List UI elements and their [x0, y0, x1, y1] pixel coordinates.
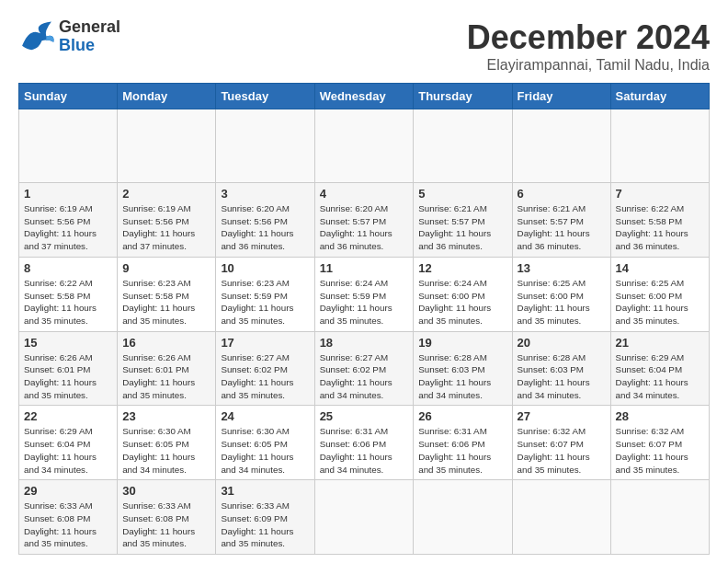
day-info: Sunrise: 6:20 AM Sunset: 5:56 PM Dayligh…	[221, 202, 309, 253]
calendar-cell	[414, 109, 512, 183]
day-number: 10	[221, 261, 309, 275]
calendar-week-2: 8Sunrise: 6:22 AM Sunset: 5:58 PM Daylig…	[19, 257, 710, 331]
day-info: Sunrise: 6:22 AM Sunset: 5:58 PM Dayligh…	[616, 202, 704, 253]
calendar-cell: 17Sunrise: 6:27 AM Sunset: 6:02 PM Dayli…	[216, 331, 314, 406]
calendar-cell: 7Sunrise: 6:22 AM Sunset: 5:58 PM Daylig…	[610, 183, 709, 258]
calendar-cell: 9Sunrise: 6:23 AM Sunset: 5:58 PM Daylig…	[118, 257, 216, 331]
day-number: 9	[122, 261, 210, 275]
calendar-cell	[610, 480, 709, 555]
day-info: Sunrise: 6:28 AM Sunset: 6:03 PM Dayligh…	[418, 351, 506, 402]
calendar-cell: 2Sunrise: 6:19 AM Sunset: 5:56 PM Daylig…	[118, 183, 216, 258]
calendar-cell: 3Sunrise: 6:20 AM Sunset: 5:56 PM Daylig…	[216, 183, 314, 258]
calendar-cell: 20Sunrise: 6:28 AM Sunset: 6:03 PM Dayli…	[512, 331, 610, 406]
calendar-cell: 1Sunrise: 6:19 AM Sunset: 5:56 PM Daylig…	[19, 183, 118, 258]
calendar-week-4: 22Sunrise: 6:29 AM Sunset: 6:04 PM Dayli…	[19, 406, 710, 480]
calendar-week-0	[19, 109, 710, 183]
col-thursday: Thursday	[414, 84, 512, 109]
day-info: Sunrise: 6:32 AM Sunset: 6:07 PM Dayligh…	[518, 425, 606, 476]
day-info: Sunrise: 6:26 AM Sunset: 6:01 PM Dayligh…	[24, 351, 112, 402]
day-number: 12	[418, 261, 506, 275]
day-number: 19	[418, 336, 506, 350]
calendar-cell: 4Sunrise: 6:20 AM Sunset: 5:57 PM Daylig…	[314, 183, 414, 258]
day-number: 30	[122, 484, 210, 498]
calendar-cell: 12Sunrise: 6:24 AM Sunset: 6:00 PM Dayli…	[414, 257, 512, 331]
col-tuesday: Tuesday	[216, 84, 314, 109]
calendar-cell: 29Sunrise: 6:33 AM Sunset: 6:08 PM Dayli…	[19, 480, 118, 555]
calendar-cell: 6Sunrise: 6:21 AM Sunset: 5:57 PM Daylig…	[512, 183, 610, 258]
day-info: Sunrise: 6:26 AM Sunset: 6:01 PM Dayligh…	[122, 351, 210, 402]
logo-text: General Blue	[59, 18, 120, 55]
calendar-header: Sunday Monday Tuesday Wednesday Thursday…	[19, 84, 710, 109]
calendar-cell	[610, 109, 709, 183]
day-number: 26	[418, 409, 506, 423]
day-info: Sunrise: 6:22 AM Sunset: 5:58 PM Dayligh…	[24, 277, 112, 327]
calendar-cell: 16Sunrise: 6:26 AM Sunset: 6:01 PM Dayli…	[118, 331, 216, 406]
day-info: Sunrise: 6:29 AM Sunset: 6:04 PM Dayligh…	[616, 351, 704, 402]
day-number: 13	[518, 261, 606, 275]
calendar-cell	[216, 109, 314, 183]
calendar-cell: 10Sunrise: 6:23 AM Sunset: 5:59 PM Dayli…	[216, 257, 314, 331]
day-info: Sunrise: 6:31 AM Sunset: 6:06 PM Dayligh…	[418, 425, 506, 476]
day-number: 22	[24, 409, 112, 423]
day-info: Sunrise: 6:33 AM Sunset: 6:08 PM Dayligh…	[122, 500, 210, 550]
calendar-week-5: 29Sunrise: 6:33 AM Sunset: 6:08 PM Dayli…	[19, 480, 710, 555]
calendar-cell: 8Sunrise: 6:22 AM Sunset: 5:58 PM Daylig…	[19, 257, 118, 331]
day-info: Sunrise: 6:28 AM Sunset: 6:03 PM Dayligh…	[518, 351, 606, 402]
day-number: 20	[518, 336, 606, 350]
day-number: 31	[221, 484, 309, 498]
calendar-cell: 25Sunrise: 6:31 AM Sunset: 6:06 PM Dayli…	[314, 406, 414, 480]
day-info: Sunrise: 6:25 AM Sunset: 6:00 PM Dayligh…	[518, 277, 606, 327]
calendar-cell: 30Sunrise: 6:33 AM Sunset: 6:08 PM Dayli…	[118, 480, 216, 555]
day-info: Sunrise: 6:19 AM Sunset: 5:56 PM Dayligh…	[122, 202, 210, 253]
calendar-week-3: 15Sunrise: 6:26 AM Sunset: 6:01 PM Dayli…	[19, 331, 710, 406]
calendar-body: 1Sunrise: 6:19 AM Sunset: 5:56 PM Daylig…	[19, 109, 710, 555]
col-monday: Monday	[118, 84, 216, 109]
calendar-week-1: 1Sunrise: 6:19 AM Sunset: 5:56 PM Daylig…	[19, 183, 710, 258]
day-number: 27	[518, 409, 606, 423]
day-number: 6	[518, 187, 606, 201]
calendar-cell: 13Sunrise: 6:25 AM Sunset: 6:00 PM Dayli…	[512, 257, 610, 331]
calendar-cell	[512, 109, 610, 183]
day-number: 28	[616, 409, 704, 423]
calendar-cell	[314, 109, 414, 183]
calendar-cell	[19, 109, 118, 183]
col-wednesday: Wednesday	[314, 84, 414, 109]
day-info: Sunrise: 6:24 AM Sunset: 6:00 PM Dayligh…	[418, 277, 506, 327]
day-info: Sunrise: 6:24 AM Sunset: 5:59 PM Dayligh…	[320, 277, 409, 327]
day-info: Sunrise: 6:31 AM Sunset: 6:06 PM Dayligh…	[320, 425, 409, 476]
day-number: 24	[221, 409, 309, 423]
day-info: Sunrise: 6:23 AM Sunset: 5:58 PM Dayligh…	[122, 277, 210, 327]
location: Elayirampannai, Tamil Nadu, India	[467, 57, 710, 74]
calendar-cell: 14Sunrise: 6:25 AM Sunset: 6:00 PM Dayli…	[610, 257, 709, 331]
calendar-cell: 11Sunrise: 6:24 AM Sunset: 5:59 PM Dayli…	[314, 257, 414, 331]
calendar-cell: 24Sunrise: 6:30 AM Sunset: 6:05 PM Dayli…	[216, 406, 314, 480]
page-header: General Blue December 2024 Elayirampanna…	[18, 18, 710, 74]
day-info: Sunrise: 6:21 AM Sunset: 5:57 PM Dayligh…	[418, 202, 506, 253]
day-info: Sunrise: 6:20 AM Sunset: 5:57 PM Dayligh…	[320, 202, 409, 253]
calendar-cell: 26Sunrise: 6:31 AM Sunset: 6:06 PM Dayli…	[414, 406, 512, 480]
calendar-table: Sunday Monday Tuesday Wednesday Thursday…	[18, 83, 710, 555]
day-number: 18	[320, 336, 409, 350]
day-number: 4	[320, 187, 409, 201]
day-info: Sunrise: 6:23 AM Sunset: 5:59 PM Dayligh…	[221, 277, 309, 327]
day-info: Sunrise: 6:21 AM Sunset: 5:57 PM Dayligh…	[518, 202, 606, 253]
logo: General Blue	[18, 18, 120, 55]
day-number: 1	[24, 187, 112, 201]
month-title: December 2024	[467, 18, 710, 57]
day-info: Sunrise: 6:33 AM Sunset: 6:08 PM Dayligh…	[24, 500, 112, 550]
calendar-cell	[118, 109, 216, 183]
calendar-cell: 18Sunrise: 6:27 AM Sunset: 6:02 PM Dayli…	[314, 331, 414, 406]
day-number: 5	[418, 187, 506, 201]
calendar-cell: 15Sunrise: 6:26 AM Sunset: 6:01 PM Dayli…	[19, 331, 118, 406]
day-number: 21	[616, 336, 704, 350]
day-number: 14	[616, 261, 704, 275]
col-saturday: Saturday	[610, 84, 709, 109]
day-number: 3	[221, 187, 309, 201]
day-number: 2	[122, 187, 210, 201]
col-sunday: Sunday	[19, 84, 118, 109]
day-number: 7	[616, 187, 704, 201]
calendar-cell: 5Sunrise: 6:21 AM Sunset: 5:57 PM Daylig…	[414, 183, 512, 258]
day-info: Sunrise: 6:30 AM Sunset: 6:05 PM Dayligh…	[122, 425, 210, 476]
logo-general: General	[59, 18, 120, 37]
day-info: Sunrise: 6:25 AM Sunset: 6:00 PM Dayligh…	[616, 277, 704, 327]
